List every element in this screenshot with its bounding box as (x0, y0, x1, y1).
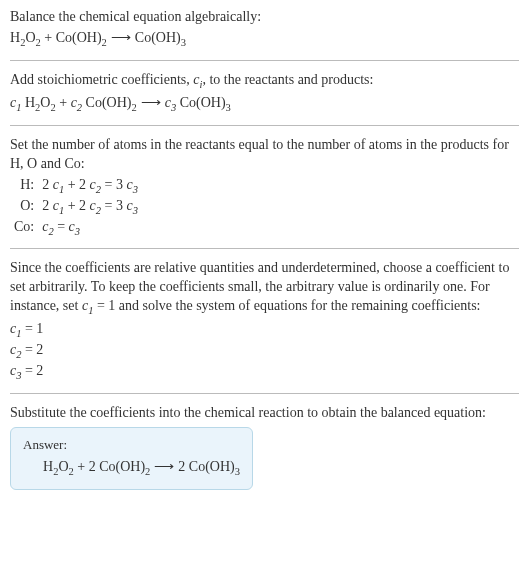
h-label: H: (10, 176, 38, 197)
c2vv: = 2 (21, 342, 43, 357)
c1o: c1 (53, 198, 64, 213)
o-equation: 2 c1 + 2 c2 = 3 c3 (38, 197, 142, 218)
s2f: 2 (131, 102, 136, 113)
co-label: Co: (10, 218, 38, 239)
cooh3: Co(OH) (135, 30, 181, 45)
species-cooh3-2: Co(OH)3 (180, 95, 231, 110)
divider-3 (10, 248, 519, 249)
species-h2o2: H2O2 (10, 30, 41, 45)
arrow-icon-3: ⟶ (150, 459, 178, 474)
table-row: O: 2 c1 + 2 c2 = 3 c3 (10, 197, 142, 218)
arrow-icon: ⟶ (107, 30, 135, 45)
final-text: Substitute the coefficients into the che… (10, 404, 519, 423)
c1set: c1 (82, 298, 93, 313)
c3hs: 3 (133, 183, 138, 194)
c2h: c2 (90, 177, 101, 192)
plus: + (41, 30, 56, 45)
coef-2a: 2 (89, 459, 100, 474)
species-h2o2-3: H2O2 (43, 459, 74, 474)
s3c: 3 (235, 465, 240, 476)
stoich-section: Add stoichiometric coefficients, ci, to … (10, 71, 519, 115)
c2-value: c2 = 2 (10, 341, 519, 362)
c3co: c3 (69, 219, 80, 234)
c2v: c2 (10, 342, 21, 357)
c3o: c3 (126, 198, 137, 213)
c3-s: 3 (171, 102, 176, 113)
cooh2c: Co(OH) (99, 459, 145, 474)
cooh3c: Co(OH) (189, 459, 235, 474)
c3: c3 (165, 95, 176, 110)
o3: O (58, 459, 68, 474)
c3v: c3 (10, 363, 21, 378)
c1-s: 1 (16, 102, 21, 113)
sub-2c: 2 (102, 37, 107, 48)
solve-section: Since the coefficients are relative quan… (10, 259, 519, 383)
sub-3: 3 (181, 37, 186, 48)
coef-2b: 2 (178, 459, 189, 474)
c3cos: 3 (75, 225, 80, 236)
h-2a: 2 (42, 177, 53, 192)
species-cooh2-3: Co(OH)2 (99, 459, 150, 474)
c3os: 3 (133, 204, 138, 215)
table-row: Co: c2 = c3 (10, 218, 142, 239)
o-e3: = 3 (101, 198, 126, 213)
c2o: c2 (90, 198, 101, 213)
intro-section: Balance the chemical equation algebraica… (10, 8, 519, 50)
table-row: H: 2 c1 + 2 c2 = 3 c3 (10, 176, 142, 197)
c1-value: c1 = 1 (10, 320, 519, 341)
species-h2o2-2: H2O2 (25, 95, 56, 110)
plus3: + (74, 459, 89, 474)
species-cooh3: Co(OH)3 (135, 30, 186, 45)
c2: c2 (71, 95, 82, 110)
stoich-text: Add stoichiometric coefficients, ci, to … (10, 71, 519, 92)
atoms-section: Set the number of atoms in the reactants… (10, 136, 519, 239)
coeff-equation: c1 H2O2 + c2 Co(OH)2⟶c3 Co(OH)3 (10, 94, 519, 115)
o2: O (40, 95, 50, 110)
unbalanced-equation: H2O2 + Co(OH)2⟶Co(OH)3 (10, 29, 519, 50)
h-p2: + 2 (64, 177, 89, 192)
species-cooh3-3: Co(OH)3 (189, 459, 240, 474)
coefficient-values: c1 = 1 c2 = 2 c3 = 2 (10, 320, 519, 383)
o-2a: 2 (42, 198, 53, 213)
solve-text: Since the coefficients are relative quan… (10, 259, 519, 318)
divider-2 (10, 125, 519, 126)
plus2: + (56, 95, 71, 110)
solve-text-b: = 1 and solve the system of equations fo… (93, 298, 480, 313)
final-section: Substitute the coefficients into the che… (10, 404, 519, 489)
co-equation: c2 = c3 (38, 218, 142, 239)
stoich-text-b: , to the reactants and products: (202, 72, 373, 87)
co-eq: = (54, 219, 69, 234)
atoms-text: Set the number of atoms in the reactants… (10, 136, 519, 174)
divider-4 (10, 393, 519, 394)
c2co: c2 (42, 219, 53, 234)
c3-value: c3 = 2 (10, 362, 519, 383)
o-p2: + 2 (64, 198, 89, 213)
cooh3b: Co(OH) (180, 95, 226, 110)
cooh2: Co(OH) (56, 30, 102, 45)
c1v: c1 (10, 321, 21, 336)
stoich-text-a: Add stoichiometric coefficients, (10, 72, 193, 87)
c1vv: = 1 (21, 321, 43, 336)
o: O (25, 30, 35, 45)
c3h: c3 (126, 177, 137, 192)
species-cooh2-2: Co(OH)2 (86, 95, 137, 110)
c1: c1 (10, 95, 21, 110)
h-equation: 2 c1 + 2 c2 = 3 c3 (38, 176, 142, 197)
arrow-icon-2: ⟶ (137, 95, 165, 110)
atom-balance-table: H: 2 c1 + 2 c2 = 3 c3 O: 2 c1 + 2 c2 = 3… (10, 176, 142, 239)
answer-box: Answer: H2O2 + 2 Co(OH)2⟶2 Co(OH)3 (10, 427, 253, 490)
species-cooh2: Co(OH)2 (56, 30, 107, 45)
h-e3: = 3 (101, 177, 126, 192)
h2: H (25, 95, 35, 110)
c2-s: 2 (77, 102, 82, 113)
o-label: O: (10, 197, 38, 218)
h3: H (43, 459, 53, 474)
divider (10, 60, 519, 61)
intro-text: Balance the chemical equation algebraica… (10, 8, 519, 27)
c3vv: = 2 (21, 363, 43, 378)
s3b: 3 (226, 102, 231, 113)
c1h: c1 (53, 177, 64, 192)
balanced-equation: H2O2 + 2 Co(OH)2⟶2 Co(OH)3 (23, 458, 240, 479)
answer-label: Answer: (23, 436, 240, 454)
h: H (10, 30, 20, 45)
